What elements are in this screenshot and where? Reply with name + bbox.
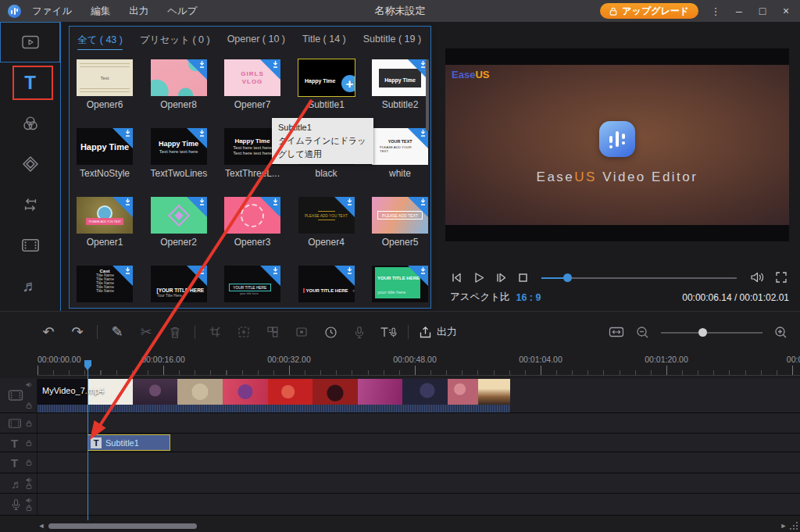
scroll-left-icon[interactable]: ◄	[38, 523, 45, 530]
menu-edit[interactable]: 編集	[91, 5, 110, 18]
sidebar-item-text[interactable]: T	[0, 62, 60, 103]
split-icon[interactable]	[263, 322, 282, 342]
upgrade-button[interactable]: アップグレード	[600, 3, 698, 19]
track-header-voiceover[interactable]	[0, 494, 38, 515]
menu-output[interactable]: 出力	[129, 5, 148, 18]
lock-track-icon[interactable]	[25, 482, 33, 490]
template-card-opener3[interactable]: Opener3	[224, 197, 280, 248]
fit-timeline-icon[interactable]	[609, 326, 624, 338]
template-card-opener8[interactable]: Opener8	[151, 59, 207, 110]
undo-icon[interactable]: ↶	[39, 322, 58, 342]
previous-frame-icon[interactable]	[450, 272, 462, 284]
download-icon	[187, 128, 207, 148]
track-header-pip[interactable]	[0, 413, 38, 433]
lock-track-icon[interactable]	[25, 459, 33, 466]
zoom-in-icon[interactable]	[774, 326, 788, 339]
tab-title[interactable]: Title ( 14 )	[302, 34, 346, 50]
template-card-opener5[interactable]: PLEASE ADD TEXT Opener5	[372, 197, 428, 248]
add-icon[interactable]	[341, 75, 355, 92]
sidebar-item-transitions[interactable]	[0, 184, 60, 225]
zoom-slider[interactable]	[661, 328, 762, 337]
template-card-opener1[interactable]: PLEASE ADD YOU TEXT Opener1	[77, 197, 133, 248]
download-icon	[408, 266, 428, 286]
lock-track-icon[interactable]	[25, 504, 33, 512]
template-card-opener2[interactable]: Opener2	[151, 197, 207, 248]
more-menu-icon[interactable]: ⋮	[709, 5, 722, 17]
sidebar-item-overlays[interactable]	[0, 144, 60, 184]
template-card-title[interactable]: [YOUR TITLE HERE Your Title Here	[151, 266, 207, 302]
panel-scrollbar[interactable]	[426, 59, 429, 131]
mosaic-icon[interactable]	[292, 322, 311, 342]
track-header-music[interactable]: ♬	[0, 473, 38, 493]
timeline-zoom-controls	[609, 318, 788, 346]
template-card-title[interactable]: YOUR TITLE HERE your title here	[372, 266, 428, 302]
tab-opener[interactable]: Opener ( 10 )	[227, 34, 285, 50]
app-logo-icon	[8, 5, 21, 18]
sidebar-item-elements[interactable]	[0, 225, 60, 266]
lock-track-icon[interactable]	[25, 420, 33, 427]
zoom-slider-handle[interactable]	[698, 328, 707, 337]
tab-preset[interactable]: プリセット ( 0 )	[140, 34, 210, 50]
stop-icon[interactable]	[518, 273, 528, 283]
track-header-text-1[interactable]: T	[0, 434, 38, 452]
tab-all[interactable]: 全て ( 43 )	[77, 34, 123, 50]
delete-icon[interactable]	[166, 322, 184, 342]
subtitle-clip[interactable]: T Subtitle1	[88, 434, 170, 451]
lock-track-icon[interactable]	[25, 402, 33, 409]
template-card-title[interactable]: YOUR TITLE HERE your title here	[224, 266, 280, 302]
template-card-title[interactable]: YOUR TITLE HERE your title here	[298, 266, 355, 302]
seek-slider[interactable]	[541, 273, 737, 282]
mute-track-icon[interactable]	[25, 381, 33, 388]
next-frame-icon[interactable]	[495, 272, 508, 284]
track-text-1: T T Subtitle1	[0, 434, 800, 452]
playhead-marker[interactable]	[84, 360, 91, 366]
mute-track-icon[interactable]	[25, 497, 33, 504]
cut-icon[interactable]: ✂	[137, 322, 155, 342]
timeline-ruler[interactable]: 00:00:00.00 00:00:16.00 00:00:32.00 00:0…	[38, 352, 800, 376]
template-card-opener4[interactable]: PLEASE ADD YOU TEXT Opener4	[298, 197, 355, 248]
voiceover-icon[interactable]	[350, 322, 369, 342]
seek-handle[interactable]	[563, 273, 572, 282]
sidebar-item-media[interactable]	[0, 22, 60, 62]
download-icon	[334, 197, 355, 217]
template-card-texttwolines[interactable]: Happy Time Text here text here TextTwoLi…	[151, 128, 207, 179]
template-card-white[interactable]: YOUR TEXT PLEASE ADD YOUR TEXT white	[372, 128, 428, 179]
resize-grip[interactable]	[790, 522, 798, 530]
tab-subtitle[interactable]: Subtitle ( 19 )	[363, 34, 421, 50]
fullscreen-icon[interactable]	[775, 271, 788, 284]
track-header-text-2[interactable]: T	[0, 452, 38, 473]
scroll-right-icon[interactable]: ►	[780, 523, 788, 530]
sidebar-item-music[interactable]: ♬	[0, 266, 60, 306]
track-header-video[interactable]	[0, 378, 38, 412]
crop-icon[interactable]	[205, 322, 224, 342]
scrollbar-thumb[interactable]	[48, 523, 197, 529]
sidebar-item-filters[interactable]	[0, 103, 60, 144]
preview-video[interactable]: EaseUS EaseUS Video Editor	[445, 48, 789, 241]
template-card-opener6[interactable]: Text Opener6	[77, 59, 133, 110]
zoom-out-icon[interactable]	[636, 326, 649, 339]
edit-icon[interactable]: ✎	[108, 322, 127, 342]
redo-icon[interactable]: ↷	[68, 322, 87, 342]
volume-icon[interactable]	[750, 271, 765, 284]
download-icon	[260, 197, 280, 217]
text-to-speech-icon[interactable]	[379, 322, 398, 342]
close-button[interactable]: ×	[780, 5, 792, 17]
template-card-subtitle1[interactable]: Happy Time Subtitle1	[298, 59, 355, 110]
lock-track-icon[interactable]	[25, 439, 33, 447]
export-button[interactable]: 出力	[419, 325, 457, 339]
aspect-ratio-value[interactable]: 16 : 9	[516, 292, 541, 303]
play-icon[interactable]	[473, 272, 485, 284]
maximize-button[interactable]: □	[756, 5, 769, 17]
minimize-button[interactable]: –	[733, 5, 745, 17]
template-card-opener7[interactable]: GIRLS VLOG Opener7	[224, 59, 280, 110]
video-clip[interactable]: MyVideo_7.mp4	[38, 379, 510, 412]
template-card-subtitle2[interactable]: Happy Time Subtitle2	[372, 59, 428, 110]
menu-file[interactable]: ファイル	[32, 5, 72, 18]
zoom-frame-icon[interactable]	[234, 322, 253, 342]
menu-help[interactable]: ヘルプ	[167, 5, 197, 18]
track-voiceover	[0, 494, 800, 516]
template-card-cast[interactable]: Cast Title Name Title Name Title Name Ti…	[77, 266, 133, 302]
template-card-textnostyle[interactable]: Happy Time TextNoStyle	[77, 128, 133, 179]
playhead[interactable]	[88, 362, 88, 520]
duration-icon[interactable]	[321, 322, 340, 342]
